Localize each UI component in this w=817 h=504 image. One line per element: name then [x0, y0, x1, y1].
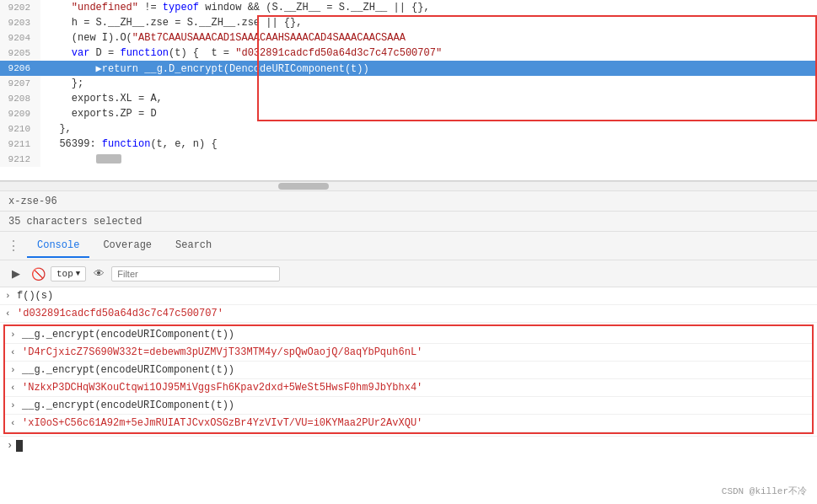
- console-entry-2: ‹ 'd032891cadcfd50a64d3c7c47c500707': [0, 305, 817, 323]
- info-bar-text: x-zse-96: [8, 196, 57, 207]
- devtools-menu-icon[interactable]: ⋮: [7, 238, 20, 255]
- code-lines: 9202 "undefined" != typeof window && (S.…: [0, 0, 817, 167]
- console-entry-7: › __g._encrypt(encodeURIComponent(t)): [5, 397, 812, 415]
- console-text-4: 'D4rCjxicZ7S690W332t=debewm3pUZMVjT33MTM…: [22, 346, 805, 358]
- console-red-box: › __g._encrypt(encodeURIComponent(t)) ‹ …: [3, 324, 814, 434]
- console-text-3: __g._encrypt(encodeURIComponent(t)): [22, 329, 805, 340]
- chars-selected-text: 35 characters selected: [8, 216, 142, 228]
- tab-coverage[interactable]: Coverage: [93, 234, 162, 258]
- line-content-9204: (new I).O("ABt7CAAUSAAACAD1SAAACAAHSAAAC…: [40, 32, 406, 44]
- console-text-2: 'd032891cadcfd50a64d3c7c47c500707': [17, 308, 810, 319]
- run-icon: ▶: [12, 267, 20, 280]
- console-text-5: __g._encrypt(encodeURIComponent(t)): [22, 364, 805, 376]
- arrow-right-5: ›: [10, 365, 16, 375]
- console-text-6: 'NzkxP3DCHqW3KouCtqwi1OJ95MiVggsFh6Kpav2…: [22, 382, 805, 394]
- devtools-panel: ⋮ Console Coverage Search ▶ 🚫 top ▼ 👁 ›: [0, 232, 817, 504]
- text-cursor: [16, 440, 23, 452]
- line-number-9209: 9209: [0, 106, 40, 121]
- code-line-9203: 9203 h = S.__ZH__.zse = S.__ZH__.zse || …: [0, 15, 817, 30]
- line-number-9204: 9204: [0, 30, 40, 46]
- watermark-text: CSDN @killer不冷: [722, 486, 807, 496]
- line-number-9208: 9208: [0, 91, 40, 106]
- line-number-9210: 9210: [0, 121, 40, 137]
- line-number-9206: 9206: [0, 61, 40, 76]
- arrow-left-2: ‹: [5, 308, 11, 319]
- arrow-left-4: ‹: [10, 347, 16, 357]
- console-entry-5: › __g._encrypt(encodeURIComponent(t)): [5, 362, 812, 379]
- filter-input[interactable]: [111, 266, 280, 281]
- line-number-9207: 9207: [0, 76, 40, 91]
- console-text-7: __g._encrypt(encodeURIComponent(t)): [22, 399, 805, 411]
- arrow-left-6: ‹: [10, 383, 16, 393]
- cursor-chevron: ›: [7, 440, 13, 452]
- line-content-9207: };: [40, 78, 83, 89]
- line-number-9202: 9202: [0, 0, 40, 15]
- line-content-9212: [40, 142, 121, 177]
- console-entry-3: › __g._encrypt(encodeURIComponent(t)): [5, 326, 812, 344]
- code-line-9206: 9206 ▶return __g.D_encrypt(DencodeURICom…: [0, 61, 817, 76]
- code-line-9208: 9208 exports.XL = A,: [0, 91, 817, 106]
- line-number-9212: 9212: [0, 152, 40, 167]
- console-entry-4: ‹ 'D4rCjxicZ7S690W332t=debewm3pUZMVjT33M…: [5, 344, 812, 362]
- context-dropdown[interactable]: top ▼: [51, 266, 86, 281]
- code-line-9204: 9204 (new I).O("ABt7CAAUSAAACAD1SAAACAAH…: [0, 30, 817, 46]
- code-line-9205: 9205 var D = function(t) { t = "d032891c…: [0, 46, 817, 61]
- tab-console[interactable]: Console: [27, 234, 89, 258]
- cursor-line[interactable]: ›: [0, 436, 817, 454]
- tab-search[interactable]: Search: [165, 234, 222, 258]
- code-line-9211: 9211 56399: function(t, e, n) {: [0, 137, 817, 152]
- console-entry-8: ‹ 'xI0oS+C56c61A92m+5eJmRUIATJCvxOSGzBr4…: [5, 415, 812, 432]
- eye-button[interactable]: 👁: [89, 265, 108, 283]
- context-label: top: [56, 269, 73, 279]
- code-line-9210: 9210 },: [0, 121, 817, 137]
- line-content-9202: "undefined" != typeof window && (S.__ZH_…: [40, 2, 430, 13]
- line-content-9206: ▶return __g.D_encrypt(DencodeURIComponen…: [40, 62, 369, 75]
- arrow-right-3: ›: [10, 330, 16, 340]
- stop-icon: 🚫: [31, 267, 46, 281]
- chars-selected-bar: 35 characters selected: [0, 212, 817, 232]
- line-number-9211: 9211: [0, 137, 40, 152]
- line-content-9203: h = S.__ZH__.zse = S.__ZH__.zse || {},: [40, 17, 302, 29]
- line-content-9210: },: [40, 123, 72, 135]
- line-number-9205: 9205: [0, 46, 40, 61]
- console-entry-1: › f()(s): [0, 287, 817, 305]
- console-entry-6: ‹ 'NzkxP3DCHqW3KouCtqwi1OJ95MiVggsFh6Kpa…: [5, 379, 812, 397]
- scroll-thumb: [278, 183, 329, 190]
- console-text-8: 'xI0oS+C56c61A92m+5eJmRUIATJCvxOSGzBr4Yz…: [22, 417, 805, 429]
- console-toolbar: ▶ 🚫 top ▼ 👁: [0, 260, 817, 287]
- watermark: CSDN @killer不冷: [722, 485, 807, 497]
- line-content-9209: exports.ZP = D: [40, 108, 157, 120]
- line-number-9203: 9203: [0, 15, 40, 30]
- code-line-9207: 9207 };: [0, 76, 817, 91]
- tabs-bar: ⋮ Console Coverage Search: [0, 232, 817, 260]
- stop-button[interactable]: 🚫: [29, 265, 47, 283]
- code-line-9202: 9202 "undefined" != typeof window && (S.…: [0, 0, 817, 15]
- arrow-right-7: ›: [10, 400, 16, 410]
- arrow-left-8: ‹: [10, 418, 16, 428]
- console-text-1: f()(s): [17, 290, 810, 302]
- arrow-right-1: ›: [5, 291, 11, 301]
- line-content-9205: var D = function(t) { t = "d032891cadcfd…: [40, 47, 442, 59]
- console-output[interactable]: › f()(s) ‹ 'd032891cadcfd50a64d3c7c47c50…: [0, 287, 817, 504]
- code-line-9209: 9209 exports.ZP = D: [0, 106, 817, 121]
- code-editor: 9202 "undefined" != typeof window && (S.…: [0, 0, 817, 181]
- dropdown-arrow: ▼: [76, 270, 80, 278]
- eye-icon: 👁: [94, 267, 105, 280]
- run-button[interactable]: ▶: [7, 265, 25, 283]
- code-line-9212: 9212: [0, 152, 817, 167]
- line-content-9208: exports.XL = A,: [40, 93, 163, 105]
- horizontal-scrollbar[interactable]: [0, 181, 817, 191]
- info-bar: x-zse-96: [0, 191, 817, 212]
